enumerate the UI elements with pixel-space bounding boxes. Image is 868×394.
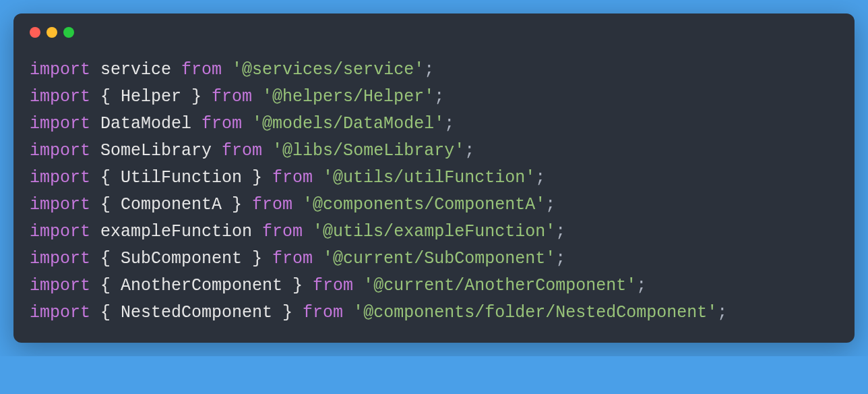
keyword-import: import [30, 195, 90, 215]
string-quote-close: ' [414, 60, 424, 80]
code-line: import { NestedComponent } from '@compon… [30, 300, 838, 327]
string-quote-close: ' [454, 141, 464, 161]
module-path: @helpers/Helper [272, 87, 424, 107]
semicolon: ; [444, 114, 454, 134]
import-identifier: { SubComponent } [90, 249, 272, 269]
code-line: import { ComponentA } from '@components/… [30, 192, 838, 219]
keyword-from: from [181, 60, 222, 80]
module-path: @components/folder/NestedComponent [363, 303, 707, 322]
string-quote-open: ' [262, 87, 272, 107]
keyword-import: import [30, 87, 90, 107]
space [242, 114, 252, 134]
string-quote-open: ' [303, 195, 313, 215]
string-quote-open: ' [252, 114, 262, 134]
minimize-icon[interactable] [46, 27, 57, 38]
string-quote-open: ' [313, 222, 323, 242]
keyword-from: from [262, 222, 303, 242]
keyword-import: import [30, 168, 90, 188]
keyword-from: from [272, 168, 313, 188]
code-line: import SomeLibrary from '@libs/SomeLibra… [30, 138, 838, 165]
import-identifier: { ComponentA } [90, 195, 252, 215]
import-identifier: SomeLibrary [90, 141, 222, 161]
string-quote-close: ' [626, 276, 636, 296]
keyword-import: import [30, 114, 90, 134]
module-path: @libs/SomeLibrary [282, 141, 454, 161]
keyword-import: import [30, 303, 90, 322]
space [313, 168, 323, 188]
import-identifier: { AnotherComponent } [90, 276, 313, 296]
code-line: import service from '@services/service'; [30, 57, 838, 84]
string-quote-open: ' [323, 168, 333, 188]
module-path: @components/ComponentA [313, 195, 535, 215]
module-path: @models/DataModel [262, 114, 434, 134]
semicolon: ; [555, 222, 565, 242]
space [292, 195, 303, 215]
semicolon: ; [717, 303, 727, 322]
space [313, 249, 323, 269]
space [343, 303, 353, 322]
code-line: import DataModel from '@models/DataModel… [30, 111, 838, 138]
keyword-import: import [30, 60, 90, 80]
keyword-import: import [30, 141, 90, 161]
import-identifier: { Helper } [90, 87, 212, 107]
import-identifier: exampleFunction [90, 222, 262, 242]
keyword-from: from [303, 303, 343, 322]
string-quote-close: ' [545, 249, 555, 269]
module-path: @current/SubComponent [333, 249, 545, 269]
import-identifier: { UtilFunction } [90, 168, 272, 188]
close-icon[interactable] [30, 27, 40, 38]
module-path: @utils/exampleFunction [323, 222, 545, 242]
semicolon: ; [424, 60, 434, 80]
space [252, 87, 262, 107]
semicolon: ; [545, 195, 555, 215]
module-path: @current/AnotherComponent [373, 276, 626, 296]
code-line: import { SubComponent } from '@current/S… [30, 246, 838, 273]
keyword-from: from [202, 114, 242, 134]
semicolon: ; [464, 141, 474, 161]
string-quote-open: ' [272, 141, 282, 161]
import-identifier: service [90, 60, 181, 80]
space [222, 60, 232, 80]
string-quote-open: ' [232, 60, 242, 80]
semicolon: ; [434, 87, 444, 107]
keyword-from: from [212, 87, 252, 107]
keyword-import: import [30, 249, 90, 269]
code-block: import service from '@services/service';… [30, 57, 838, 327]
string-quote-close: ' [424, 87, 434, 107]
string-quote-close: ' [545, 222, 555, 242]
code-line: import exampleFunction from '@utils/exam… [30, 219, 838, 246]
string-quote-close: ' [525, 168, 535, 188]
semicolon: ; [636, 276, 646, 296]
keyword-import: import [30, 276, 90, 296]
import-identifier: { NestedComponent } [90, 303, 303, 322]
code-window: import service from '@services/service';… [13, 13, 855, 343]
keyword-from: from [252, 195, 292, 215]
string-quote-open: ' [323, 249, 333, 269]
keyword-from: from [313, 276, 353, 296]
string-quote-close: ' [707, 303, 717, 322]
space [303, 222, 313, 242]
space [353, 276, 363, 296]
traffic-lights [30, 27, 838, 38]
keyword-from: from [272, 249, 313, 269]
module-path: @services/service [242, 60, 414, 80]
keyword-import: import [30, 222, 90, 242]
space [262, 141, 272, 161]
semicolon: ; [535, 168, 545, 188]
code-line: import { Helper } from '@helpers/Helper'… [30, 84, 838, 111]
maximize-icon[interactable] [63, 27, 74, 38]
import-identifier: DataModel [90, 114, 202, 134]
string-quote-open: ' [353, 303, 363, 322]
module-path: @utils/utilFunction [333, 168, 525, 188]
string-quote-open: ' [363, 276, 373, 296]
keyword-from: from [222, 141, 262, 161]
string-quote-close: ' [535, 195, 545, 215]
code-line: import { UtilFunction } from '@utils/uti… [30, 165, 838, 192]
semicolon: ; [555, 249, 565, 269]
code-line: import { AnotherComponent } from '@curre… [30, 273, 838, 300]
string-quote-close: ' [434, 114, 444, 134]
